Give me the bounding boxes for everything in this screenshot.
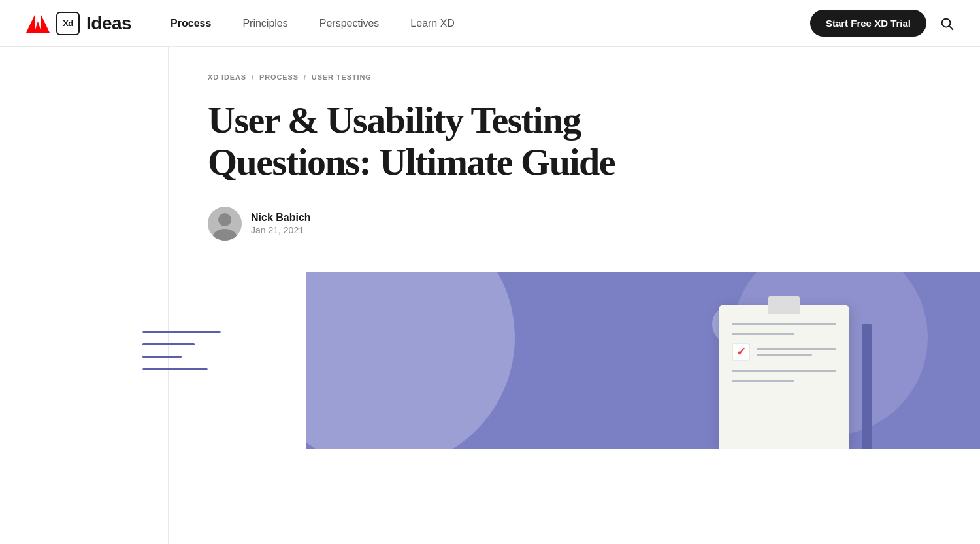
hero-line-1 <box>142 331 221 333</box>
site-header: Xd Ideas Process Principles Perspectives… <box>0 0 980 47</box>
breadcrumb-sep-1: / <box>252 73 254 81</box>
nav-item-principles[interactable]: Principles <box>242 18 287 29</box>
author-date: Jan 21, 2021 <box>251 225 311 235</box>
hero-bar <box>862 324 872 449</box>
page-layout: XD IDEAS / PROCESS / USER TESTING User &… <box>0 47 980 544</box>
clipboard-line-4 <box>732 380 794 382</box>
clipboard-line-2 <box>732 333 794 335</box>
check-mark: ✓ <box>736 346 746 358</box>
main-content: XD IDEAS / PROCESS / USER TESTING User &… <box>169 47 980 544</box>
author-avatar <box>208 207 242 241</box>
clipboard-illustration: ✓ <box>719 305 849 449</box>
clipboard-check-item: ✓ <box>732 343 836 361</box>
author-row: Nick Babich Jan 21, 2021 <box>208 207 941 241</box>
site-title: Ideas <box>86 13 131 34</box>
header-actions: Start Free XD Trial <box>810 10 954 37</box>
checkbox: ✓ <box>732 343 750 361</box>
adobe-logo[interactable] <box>26 14 50 33</box>
breadcrumb: XD IDEAS / PROCESS / USER TESTING <box>208 73 941 81</box>
left-sidebar <box>0 47 169 544</box>
cta-button[interactable]: Start Free XD Trial <box>810 10 926 37</box>
clipboard-clip <box>768 296 800 314</box>
check-lines <box>757 348 836 356</box>
nav-item-perspectives[interactable]: Perspectives <box>319 18 380 29</box>
clipboard-line-3 <box>732 370 836 372</box>
logo-area: Xd Ideas <box>26 12 131 35</box>
search-button[interactable] <box>939 16 954 31</box>
clipboard-line-1 <box>732 323 836 325</box>
nav-item-learn-xd[interactable]: Learn XD <box>410 18 455 29</box>
hero-image: ✓ <box>208 272 941 449</box>
breadcrumb-xd-ideas[interactable]: XD IDEAS <box>208 73 246 81</box>
hero-background: ✓ <box>306 272 980 449</box>
clipboard: ✓ <box>719 305 849 449</box>
breadcrumb-sep-2: / <box>304 73 306 81</box>
main-nav: Process Principles Perspectives Learn XD <box>171 18 810 29</box>
hero-lines <box>142 331 221 370</box>
breadcrumb-user-testing[interactable]: USER TESTING <box>312 73 372 81</box>
svg-point-3 <box>218 213 231 226</box>
xd-badge: Xd <box>56 12 80 35</box>
hero-line-3 <box>142 356 182 358</box>
check-line-2 <box>757 354 812 356</box>
author-info: Nick Babich Jan 21, 2021 <box>251 212 311 235</box>
breadcrumb-process[interactable]: PROCESS <box>259 73 299 81</box>
svg-line-1 <box>949 26 953 29</box>
author-name: Nick Babich <box>251 212 311 224</box>
article-title: User & Usability Testing Questions: Ulti… <box>208 99 665 183</box>
check-line-1 <box>757 348 836 350</box>
hero-line-4 <box>142 368 208 370</box>
hero-line-2 <box>142 343 195 345</box>
nav-item-process[interactable]: Process <box>171 18 211 29</box>
hero-circle-large <box>306 272 515 449</box>
